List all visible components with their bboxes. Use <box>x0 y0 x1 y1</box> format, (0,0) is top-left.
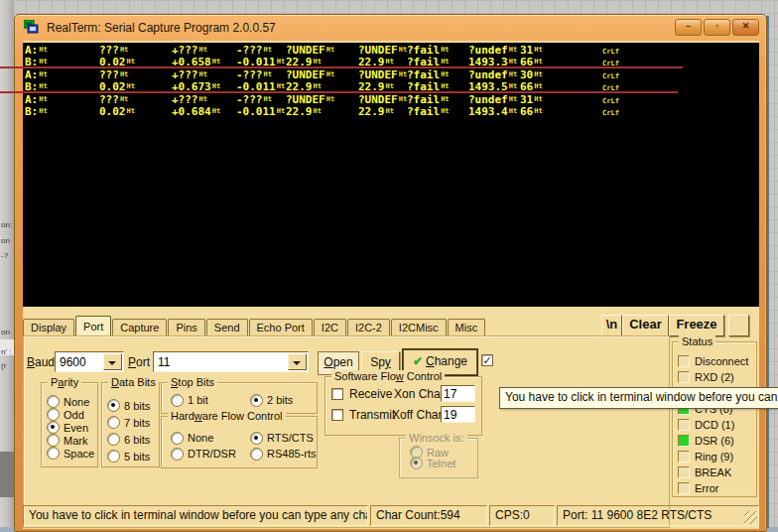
terminal-value: ?UNDEF <box>358 44 398 57</box>
radio-icon <box>47 395 60 408</box>
xoff-char-input[interactable] <box>441 406 475 423</box>
tab-i2c[interactable]: I2C <box>314 319 346 336</box>
maximize-button[interactable]: ▫ <box>704 19 730 36</box>
radio-7-bits[interactable]: 7 bits <box>107 414 150 431</box>
terminal-value: ??? <box>99 44 119 57</box>
transmit-checkbox[interactable] <box>331 409 343 421</box>
tab-control-glyph: Ht <box>277 58 285 66</box>
tab-control-glyph: Ht <box>399 46 407 54</box>
tab-display[interactable]: Display <box>23 319 74 336</box>
tab-control-glyph: Ht <box>212 82 220 90</box>
tab-port[interactable]: Port <box>75 316 111 337</box>
terminal-value: ??? <box>99 68 119 81</box>
tab-control-glyph: Ht <box>39 58 47 66</box>
tab-i2c-2[interactable]: I2C-2 <box>347 319 390 336</box>
radio-icon <box>171 394 184 407</box>
tab-control-glyph: Ht <box>326 46 334 54</box>
terminal-cell: +0.684Ht <box>172 106 236 119</box>
tab-misc[interactable]: Misc <box>448 319 486 336</box>
radio-6-bits[interactable]: 6 bits <box>107 431 150 448</box>
data-bits-group: Data Bits 8 bits7 bits6 bits5 bits <box>101 382 160 467</box>
terminal-display[interactable]: A:Ht???Ht+???Ht-???Ht?UNDEFHt?UNDEFHt?fa… <box>23 43 759 307</box>
radio-label: Mark <box>64 435 87 447</box>
terminal-value: ?undef <box>468 68 508 81</box>
clear-button[interactable]: Clear <box>622 315 669 336</box>
terminal-cell: ?failHt <box>407 106 468 119</box>
software-flow-group-title: Software Flow Control <box>331 370 445 382</box>
terminal-value: -??? <box>236 68 263 81</box>
baud-select[interactable]: 9600 <box>55 351 124 372</box>
xon-char-input[interactable] <box>441 385 475 402</box>
tab-control-glyph: Ht <box>39 82 47 90</box>
resize-grip[interactable] <box>744 511 757 524</box>
radio-icon <box>107 450 120 463</box>
radio-icon <box>410 457 423 469</box>
port-select[interactable]: 11 <box>153 351 309 372</box>
terminal-value: 31 <box>520 93 533 106</box>
tab-i2cmisc[interactable]: I2CMisc <box>391 319 447 336</box>
titlebar[interactable]: RealTerm: Serial Capture Program 2.0.0.5… <box>15 15 766 41</box>
status-item-label: BREAK <box>695 466 731 478</box>
tab-control-glyph: Ht <box>264 70 272 78</box>
terminal-value: A: <box>25 68 38 81</box>
radio-label: 7 bits <box>124 417 150 429</box>
tab-control-glyph: Ht <box>534 46 542 54</box>
terminal-value: -??? <box>236 93 263 106</box>
tab-control-glyph: Ht <box>264 46 272 54</box>
status-led-icon <box>678 451 690 463</box>
newline-button[interactable]: \n <box>601 315 622 336</box>
radio-dtr-dsr[interactable]: DTR/DSR <box>171 446 250 462</box>
tab-control-glyph: Ht <box>39 70 47 78</box>
status-item-label: DCD (1) <box>695 419 734 431</box>
crlf-control-glyph: CrLf <box>602 70 759 83</box>
freeze-button[interactable]: Freeze <box>669 315 724 336</box>
winsock-group: Winsock is: RawTelnet <box>399 438 478 478</box>
receive-checkbox[interactable] <box>331 388 343 400</box>
software-flow-group: Software Flow Control Receive Xon Char: … <box>324 376 482 436</box>
radio-8-bits[interactable]: 8 bits <box>107 397 150 414</box>
tab-pins[interactable]: Pins <box>168 319 204 336</box>
radio-space[interactable]: Space <box>47 447 94 460</box>
app-icon <box>24 20 40 35</box>
hardware-flow-group: Hardware Flow Control NoneRTS/CTSDTR/DSR… <box>161 416 318 468</box>
tab-control-glyph: Ht <box>127 107 135 115</box>
radio-telnet[interactable]: Telnet <box>410 458 455 468</box>
tab-control-glyph: Ht <box>326 95 334 103</box>
xoff-char-label: Xoff Char: <box>392 408 446 422</box>
status-item-dsr-6: DSR (6) <box>678 434 734 448</box>
radio-none[interactable]: None <box>171 430 250 446</box>
radio-icon <box>47 447 60 460</box>
radio-rts-cts[interactable]: RTS/CTS <box>250 430 317 446</box>
winsock-group-title: Winsock is: <box>406 432 467 444</box>
tab-capture[interactable]: Capture <box>112 319 167 336</box>
tab-control-glyph: Ht <box>199 70 207 78</box>
tab-send[interactable]: Send <box>206 319 248 336</box>
radio-even[interactable]: Even <box>47 421 94 434</box>
tab-echo-port[interactable]: Echo Port <box>249 319 313 336</box>
parity-group-title: Parity <box>48 376 81 388</box>
terminal-row: B:Ht0.02Ht+0.684Ht-0.011Ht22.9Ht22.9Ht?f… <box>23 106 759 118</box>
background-text-fragment: -? <box>1 251 8 260</box>
radio-5-bits[interactable]: 5 bits <box>107 448 150 465</box>
radio-none[interactable]: None <box>47 395 94 408</box>
change-confirm-checkbox[interactable]: ✓ <box>481 354 493 366</box>
chevron-down-icon[interactable] <box>288 353 307 370</box>
radio-2-bits[interactable]: 2 bits <box>250 393 293 407</box>
small-blank-button[interactable] <box>728 315 749 336</box>
tab-control-glyph: Ht <box>39 107 47 115</box>
radio-1-bit[interactable]: 1 bit <box>171 393 250 407</box>
terminal-cell: 0.02Ht <box>99 106 172 119</box>
radio-label: Even <box>64 422 88 434</box>
radio-mark[interactable]: Mark <box>47 434 94 447</box>
close-button[interactable]: ✕ <box>732 19 759 36</box>
minimize-button[interactable]: – <box>675 19 702 36</box>
statusbar-port-text: Port: 11 9600 8E2 RTS/CTS <box>563 508 712 522</box>
radio-icon <box>107 433 120 446</box>
status-item-label: Ring (9) <box>695 451 733 463</box>
statusbar-char-count: Char Count:594 <box>370 505 487 526</box>
radio-odd[interactable]: Odd <box>47 408 94 421</box>
terminal-value: ?undef <box>468 93 508 106</box>
crlf-control-glyph: CrLf <box>602 107 759 120</box>
chevron-down-icon[interactable] <box>103 353 122 370</box>
radio-rs485-rts[interactable]: RS485-rts <box>250 446 317 462</box>
